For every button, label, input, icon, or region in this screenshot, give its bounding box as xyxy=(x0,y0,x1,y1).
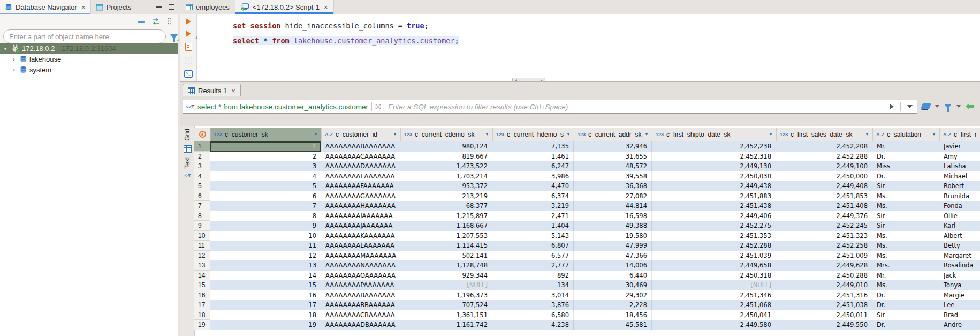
grid-cell[interactable]: 29,302 xyxy=(574,290,652,301)
grid-cell[interactable]: 5 xyxy=(210,181,321,191)
grid-presentation-icon[interactable] xyxy=(184,145,192,153)
grid-cell[interactable]: Margie xyxy=(939,290,980,301)
grid-cell[interactable]: 1,361,151 xyxy=(400,310,492,320)
grid-cell[interactable]: 16 xyxy=(210,290,321,301)
tab-projects[interactable]: Projects xyxy=(91,0,137,14)
grid-cell[interactable]: Albert xyxy=(939,231,980,241)
tab-results-1[interactable]: Results 1 × xyxy=(183,84,241,97)
grid-cell[interactable]: 39,558 xyxy=(574,171,652,182)
expander-icon[interactable]: ▾ xyxy=(2,46,9,51)
expand-filter-icon[interactable]: ⤢⤡ xyxy=(375,102,384,111)
row-number-cell[interactable]: 11 xyxy=(194,241,210,251)
back-navigation-icon[interactable]: ⬅ xyxy=(966,101,975,111)
grid-cell[interactable]: Dr. xyxy=(872,290,939,301)
grid-cell[interactable]: Dr. xyxy=(872,171,939,182)
grid-cell[interactable]: 2,450,288 xyxy=(776,271,872,281)
grid-cell[interactable]: 134 xyxy=(492,280,574,290)
grid-cell[interactable]: 953,372 xyxy=(400,181,492,191)
link-with-editor-icon[interactable] xyxy=(152,18,159,25)
grid-cell[interactable]: Ms. xyxy=(872,241,939,251)
grid-cell[interactable]: 2,452,288 xyxy=(652,241,776,251)
grid-header-cell[interactable]: 123c_current_cdemo_sk▼ xyxy=(401,128,493,141)
grid-cell[interactable]: 2,450,000 xyxy=(776,171,872,182)
grid-cell[interactable]: 2,450,011 xyxy=(776,310,872,320)
grid-cell[interactable]: 15 xyxy=(210,280,321,290)
execute-new-tab-button[interactable]: + xyxy=(186,31,191,37)
grid-cell[interactable]: Mr. xyxy=(872,271,939,281)
grid-cell[interactable]: AAAAAAAAHAAAAAAA xyxy=(321,201,400,211)
navigator-filter-icon[interactable]: ✓ xyxy=(170,34,178,39)
grid-cell[interactable]: 2 xyxy=(210,152,321,162)
view-menu-icon[interactable] xyxy=(167,18,171,25)
execute-script-button[interactable] xyxy=(185,43,192,51)
grid-cell[interactable]: 707,524 xyxy=(400,300,492,310)
grid-cell[interactable]: AAAAAAAANAAAAAAA xyxy=(321,260,400,271)
grid-cell[interactable]: 49,388 xyxy=(574,221,652,231)
grid-cell[interactable]: 45,581 xyxy=(574,320,652,330)
grid-cell[interactable]: 1,196,373 xyxy=(400,290,492,301)
grid-cell[interactable]: AAAAAAAADAAAAAAA xyxy=(321,161,400,171)
grid-cell[interactable]: 2,450,041 xyxy=(652,310,776,320)
grid-cell[interactable]: AAAAAAAACBAAAAAA xyxy=(321,310,400,320)
grid-cell[interactable]: Ms. xyxy=(872,251,939,261)
grid-cell[interactable]: 3,986 xyxy=(492,171,574,182)
grid-cell[interactable]: 68,377 xyxy=(400,201,492,211)
chevron-down-icon[interactable] xyxy=(956,105,961,108)
column-menu-icon[interactable]: ▼ xyxy=(393,132,397,137)
column-menu-icon[interactable]: ▼ xyxy=(644,132,649,137)
row-number-cell[interactable]: 18 xyxy=(194,310,210,320)
grid-cell[interactable]: 2,451,316 xyxy=(776,290,872,301)
grid-cell[interactable]: Andre xyxy=(939,320,980,330)
close-icon[interactable]: × xyxy=(324,3,328,11)
grid-cell[interactable]: 6 xyxy=(210,191,321,201)
grid-cell[interactable]: Karl xyxy=(939,221,980,231)
tab-text[interactable]: Text xyxy=(184,157,191,169)
grid-cell[interactable]: 2,451,438 xyxy=(652,201,776,211)
grid-cell[interactable]: Dr. xyxy=(872,152,939,162)
grid-cell[interactable]: 2,451,353 xyxy=(652,231,776,241)
row-number-cell[interactable]: 15 xyxy=(194,280,210,290)
grid-cell[interactable]: 18,456 xyxy=(574,310,652,320)
grid-cell[interactable]: Michael xyxy=(939,171,980,182)
grid-cell[interactable]: 11 xyxy=(210,241,321,251)
grid-cell[interactable]: 1 xyxy=(210,141,321,152)
grid-cell[interactable]: 12 xyxy=(210,251,321,261)
grid-header-cell[interactable]: 123c_customer_sk▼ xyxy=(211,128,322,141)
grid-cell[interactable]: 48,572 xyxy=(574,161,652,171)
grid-cell[interactable]: AAAAAAAALAAAAAAA xyxy=(321,241,400,251)
grid-cell[interactable]: 4 xyxy=(210,171,321,182)
clear-filter-icon[interactable] xyxy=(921,103,931,109)
row-number-cell[interactable]: 14 xyxy=(194,271,210,281)
grid-cell[interactable]: 1,128,748 xyxy=(400,260,492,271)
grid-cell[interactable]: [NULL] xyxy=(652,280,776,290)
grid-cell[interactable]: 6,580 xyxy=(492,310,574,320)
grid-header-cell[interactable]: 123c_first_shipto_date_sk▼ xyxy=(652,128,777,141)
grid-cell[interactable]: AAAAAAAAKAAAAAAA xyxy=(321,231,400,241)
grid-cell[interactable]: 1,473,522 xyxy=(400,161,492,171)
grid-cell[interactable]: Fonda xyxy=(939,201,980,211)
grid-cell[interactable]: Margaret xyxy=(939,251,980,261)
grid-cell[interactable]: Dr. xyxy=(872,320,939,330)
grid-cell[interactable]: Ollie xyxy=(939,211,980,221)
explain-plan-button[interactable] xyxy=(185,57,192,64)
grid-cell[interactable]: 1,207,553 xyxy=(400,231,492,241)
grid-cell[interactable]: 27,082 xyxy=(574,191,652,201)
grid-cell[interactable]: 3,014 xyxy=(492,290,574,301)
grid-cell[interactable]: 32,946 xyxy=(574,141,652,152)
grid-cell[interactable]: 2,449,438 xyxy=(652,181,776,191)
grid-cell[interactable]: 1,703,214 xyxy=(400,171,492,182)
grid-cell[interactable]: 2,449,100 xyxy=(776,161,872,171)
grid-cell[interactable]: 17 xyxy=(210,300,321,310)
grid-cell[interactable]: 2,452,258 xyxy=(776,241,872,251)
grid-cell[interactable]: AAAAAAAABAAAAAAA xyxy=(321,141,400,152)
grid-cell[interactable]: AAAAAAAAIAAAAAAA xyxy=(321,211,400,221)
grid-cell[interactable]: 2,451,009 xyxy=(776,251,872,261)
grid-cell[interactable]: 2,449,580 xyxy=(652,320,776,330)
grid-cell[interactable]: Ms. xyxy=(872,191,939,201)
search-input[interactable] xyxy=(3,29,166,43)
column-menu-icon[interactable]: ▼ xyxy=(932,132,936,137)
maximize-icon[interactable] xyxy=(169,4,174,10)
grid-cell[interactable]: 2,452,288 xyxy=(776,152,872,162)
grid-cell[interactable]: Sir xyxy=(872,181,939,191)
grid-cell[interactable]: Miss xyxy=(872,161,939,171)
